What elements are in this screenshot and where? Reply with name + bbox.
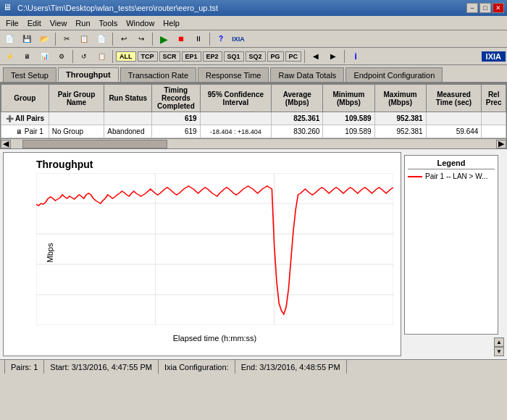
- separator1: [55, 33, 56, 46]
- legend-item-pair1: Pair 1 -- LAN > W...: [408, 172, 495, 180]
- menu-bar: File Edit View Run Tools Window Help: [0, 16, 507, 30]
- cell-pair-group-all: [49, 112, 104, 125]
- tb2-btn5[interactable]: ↺: [76, 49, 92, 64]
- cell-pair-group-pair1: No Group: [49, 125, 104, 138]
- scroll-right-btn[interactable]: ▶: [496, 140, 506, 148]
- window-title: C:\Users\Tim\Desktop\wlan_tests\eero\rou…: [17, 4, 466, 12]
- menu-tools[interactable]: Tools: [95, 17, 122, 29]
- new-button[interactable]: 📄: [1, 32, 17, 46]
- cell-time-all: [426, 112, 482, 125]
- tab-test-setup[interactable]: Test Setup: [3, 67, 56, 82]
- table-row-pair1: 🖥 Pair 1 No Group Abandoned 619 -18.404 …: [1, 125, 506, 138]
- badge-pg[interactable]: PG: [267, 51, 284, 62]
- cell-group-pair1: 🖥 Pair 1: [1, 125, 49, 138]
- separator8: [344, 50, 345, 63]
- separator2: [112, 33, 113, 46]
- status-pairs: Pairs: 1: [4, 360, 44, 374]
- table-scrollbar[interactable]: ◀ ▶: [1, 138, 506, 148]
- app-icon: 🖥: [3, 2, 14, 14]
- badge-tcp[interactable]: TCP: [138, 51, 158, 62]
- chart-svg: 1,008 800 600 400 200 0 0:00:00 0:00:20 …: [36, 173, 393, 325]
- cell-records-all: 619: [152, 112, 200, 125]
- cell-maximum-all: 952.381: [374, 112, 426, 125]
- legend-area: Legend Pair 1 -- LAN > W... ▲ ▼: [403, 152, 504, 356]
- tab-endpoint-config[interactable]: Endpoint Configuration: [345, 67, 443, 82]
- cell-average-pair1: 830.260: [272, 125, 323, 138]
- help-button[interactable]: ?: [213, 32, 229, 46]
- cell-minimum-pair1: 109.589: [323, 125, 374, 138]
- badge-pc[interactable]: PC: [285, 51, 302, 62]
- tab-transaction-rate[interactable]: Transaction Rate: [120, 67, 196, 82]
- menu-window[interactable]: Window: [122, 17, 159, 29]
- menu-run[interactable]: Run: [71, 17, 94, 29]
- legend-scroll-down[interactable]: ▼: [495, 347, 503, 356]
- menu-edit[interactable]: Edit: [23, 17, 46, 29]
- col-rel-prec: Rel Prec: [482, 85, 506, 112]
- legend-line: [408, 176, 422, 177]
- legend-title: Legend: [408, 159, 495, 169]
- menu-file[interactable]: File: [1, 17, 23, 29]
- cell-confidence-all: [200, 112, 272, 125]
- cut-button[interactable]: ✂: [59, 32, 75, 46]
- badge-scr[interactable]: SCR: [159, 51, 180, 62]
- nav-right[interactable]: ▶: [325, 49, 341, 64]
- badge-all[interactable]: ALL: [116, 51, 136, 62]
- col-pair-group: Pair Group Name: [49, 85, 104, 112]
- title-bar: 🖥 C:\Users\Tim\Desktop\wlan_tests\eero\r…: [0, 0, 507, 16]
- badge-ep2[interactable]: EP2: [203, 51, 222, 62]
- undo-button[interactable]: ↩: [116, 32, 132, 46]
- tb2-btn2[interactable]: 🖥: [19, 49, 35, 64]
- cell-confidence-pair1: -18.404 : +18.404: [200, 125, 272, 138]
- pair1-icon: 🖥: [16, 128, 22, 135]
- legend-vscroll[interactable]: ▲ ▼: [494, 337, 504, 356]
- tb2-btn4[interactable]: ⚙: [54, 49, 70, 64]
- separator6: [112, 50, 113, 63]
- separator3: [152, 33, 153, 46]
- redo-button[interactable]: ↪: [133, 32, 149, 46]
- cell-minimum-all: 109.589: [323, 112, 374, 125]
- tb2-btn3[interactable]: 📊: [36, 49, 52, 64]
- status-start: Start: 3/13/2016, 4:47:55 PM: [44, 360, 159, 374]
- scroll-left-btn[interactable]: ◀: [1, 140, 11, 148]
- cell-rel-all: [482, 112, 506, 125]
- cell-rel-pair1: [482, 125, 506, 138]
- close-button[interactable]: ✕: [493, 3, 504, 13]
- tab-throughput[interactable]: Throughput: [58, 67, 119, 82]
- menu-view[interactable]: View: [46, 17, 72, 29]
- toolbar1: 📄 💾 📂 ✂ 📋 📄 ↩ ↪ ▶ ⏹ ⏸ ? IXIA: [0, 30, 507, 48]
- data-table-area: Group Pair Group Name Run Status Timing …: [0, 83, 507, 149]
- badge-sq2[interactable]: SQ2: [246, 51, 266, 62]
- badge-sq1[interactable]: SQ1: [224, 51, 244, 62]
- legend-box: Legend Pair 1 -- LAN > W...: [404, 155, 498, 335]
- badge-ep1[interactable]: EP1: [182, 51, 201, 62]
- paste-button[interactable]: 📄: [93, 32, 109, 46]
- save-button[interactable]: 💾: [19, 32, 35, 46]
- open-button[interactable]: 📂: [36, 32, 52, 46]
- tb2-btn6[interactable]: 📋: [93, 49, 109, 64]
- run-button[interactable]: ▶: [156, 32, 172, 46]
- legend-scroll-up[interactable]: ▲: [495, 338, 503, 347]
- cell-status-pair1: Abandoned: [104, 125, 152, 138]
- separator5: [72, 50, 73, 63]
- maximize-button[interactable]: □: [479, 3, 491, 13]
- ixia-logo-small: IXIA: [230, 32, 246, 46]
- cell-status-all: [104, 112, 152, 125]
- stop-button[interactable]: ⏹: [173, 32, 189, 46]
- scroll-thumb[interactable]: [22, 140, 167, 148]
- col-maximum: Maximum (Mbps): [374, 85, 426, 112]
- minimize-button[interactable]: −: [466, 3, 478, 13]
- window-controls: − □ ✕: [466, 3, 504, 13]
- col-time: Measured Time (sec): [426, 85, 482, 112]
- cell-group-icon: ➕ All Pairs: [1, 112, 49, 125]
- tb2-btn1[interactable]: ⚡: [1, 49, 17, 64]
- nav-left[interactable]: ◀: [308, 49, 324, 64]
- menu-help[interactable]: Help: [159, 17, 184, 29]
- tab-raw-data[interactable]: Raw Data Totals: [270, 67, 344, 82]
- copy-button[interactable]: 📋: [76, 32, 92, 46]
- spacer2: [403, 337, 494, 356]
- legend-scrollbar-area: ▲ ▼: [403, 337, 504, 356]
- pause-button[interactable]: ⏸: [190, 32, 206, 46]
- tab-response-time[interactable]: Response Time: [198, 67, 269, 82]
- tab-bar: Test Setup Throughput Transaction Rate R…: [0, 65, 507, 83]
- info-button[interactable]: i: [348, 49, 364, 64]
